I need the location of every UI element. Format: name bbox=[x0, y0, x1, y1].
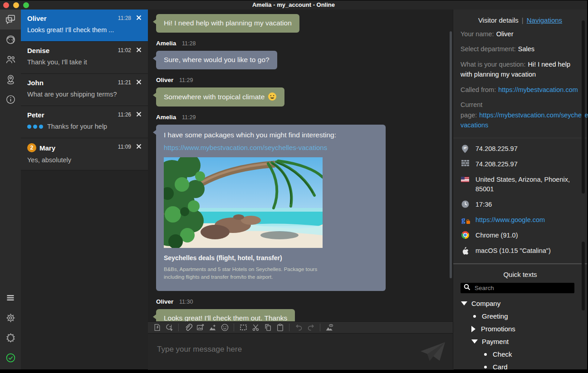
unread-badge: 2 bbox=[27, 143, 36, 152]
visitor-details-tab: Visitor details bbox=[478, 16, 519, 24]
close-chat-icon[interactable] bbox=[136, 143, 142, 150]
message-bubble: Hi! I need help with planning my vacatio… bbox=[156, 14, 299, 33]
minimize-window-button[interactable] bbox=[13, 2, 19, 8]
referrer-link[interactable]: https://www.google.com bbox=[475, 215, 545, 225]
seychelles-beach-image[interactable] bbox=[164, 157, 323, 248]
map-icon bbox=[5, 74, 16, 85]
select-icon[interactable] bbox=[238, 323, 249, 333]
message-time: 11:30 bbox=[179, 299, 193, 305]
quick-text-icon[interactable] bbox=[152, 323, 162, 333]
close-window-button[interactable] bbox=[3, 2, 9, 8]
tree-item-company[interactable]: Company bbox=[453, 297, 587, 310]
window-title: Amelia - my_account - Online bbox=[0, 0, 587, 10]
screenshot-icon[interactable] bbox=[207, 323, 218, 333]
search-input[interactable] bbox=[474, 284, 571, 292]
online-status-icon bbox=[5, 352, 16, 363]
sidebar-item-info[interactable] bbox=[0, 89, 21, 109]
preview-icon[interactable] bbox=[324, 323, 335, 333]
message-input[interactable] bbox=[156, 344, 412, 354]
visitors-icon bbox=[5, 54, 16, 65]
message-time: 11:28 bbox=[182, 40, 196, 47]
panel-divider bbox=[453, 263, 587, 264]
current-page-link[interactable]: https://mybestvacation.com/seychelles-va… bbox=[461, 111, 588, 129]
message-bubble: Somewhere with tropical climate bbox=[156, 87, 284, 107]
copy-icon[interactable] bbox=[262, 323, 273, 333]
panel-divider bbox=[453, 138, 587, 138]
field-called-from: Called from:https://mybestvacation.com bbox=[461, 85, 580, 95]
close-chat-icon[interactable] bbox=[136, 47, 142, 53]
chrome-icon bbox=[461, 231, 470, 239]
quick-texts-title: Quick texts bbox=[453, 271, 587, 278]
zoom-window-button[interactable] bbox=[23, 2, 29, 8]
bullet-icon bbox=[484, 353, 487, 356]
quick-texts-search[interactable] bbox=[461, 283, 574, 293]
close-chat-icon[interactable] bbox=[136, 79, 142, 85]
ip-icon: IP bbox=[461, 145, 470, 153]
sidebar-item-chats[interactable] bbox=[0, 10, 21, 29]
sidebar-item-status[interactable] bbox=[0, 348, 21, 368]
called-from-link[interactable]: https://mybestvacation.com bbox=[498, 86, 578, 93]
message-bubble: Sure, where would you like to go? bbox=[156, 51, 277, 69]
chat-list-item-mary[interactable]: 2 Mary 11:09 Yes, absolutely bbox=[21, 138, 148, 170]
tree-item-check[interactable]: Check bbox=[453, 348, 587, 361]
panel-scrollbar-bottom[interactable] bbox=[582, 242, 585, 310]
composer bbox=[148, 334, 454, 370]
message-meta: Oliver 11:30 bbox=[156, 298, 454, 305]
chat-time: 11:02 bbox=[118, 47, 131, 53]
close-chat-icon[interactable] bbox=[136, 15, 142, 21]
message-author: Amelia bbox=[156, 114, 176, 121]
message-author: Oliver bbox=[156, 298, 173, 305]
field-your-name: Your name:Oliver bbox=[461, 29, 580, 39]
composer-toolbar bbox=[148, 321, 454, 334]
sidebar-item-menu[interactable] bbox=[0, 288, 21, 308]
chat-list-item-oliver[interactable]: Oliver 11:28 Looks great! I'll check the… bbox=[21, 10, 148, 42]
vacation-link[interactable]: https://www.mybestvacation.com/seychelle… bbox=[164, 143, 378, 152]
message-bubble: I have some packages which you might fin… bbox=[156, 125, 386, 291]
message-time: 11:29 bbox=[182, 114, 196, 121]
chat-preview: Looks great! I'll check them ... bbox=[27, 26, 142, 34]
support-agent-icon bbox=[5, 34, 16, 45]
menu-icon bbox=[5, 292, 16, 303]
emoji-icon[interactable] bbox=[219, 323, 230, 333]
invite-agent-icon[interactable] bbox=[164, 323, 175, 333]
redo-icon[interactable] bbox=[305, 323, 316, 333]
bullet-icon bbox=[484, 366, 487, 368]
toolbar-separator bbox=[234, 324, 234, 331]
tree-item-payment[interactable]: Payment bbox=[453, 335, 587, 348]
chat-list-item-peter[interactable]: Peter 11:26 Thanks for your help bbox=[21, 106, 148, 138]
tree-item-greeting[interactable]: Greeting bbox=[453, 310, 587, 323]
paste-icon[interactable] bbox=[274, 323, 285, 333]
chat-list: Oliver 11:28 Looks great! I'll check the… bbox=[21, 10, 148, 369]
sidebar-item-support[interactable] bbox=[0, 29, 21, 49]
chat-preview: Thanks for your help bbox=[27, 123, 142, 130]
typing-indicator-icon bbox=[27, 125, 43, 129]
tree-item-promotions[interactable]: Promotions bbox=[453, 323, 587, 335]
expanded-icon bbox=[461, 301, 467, 305]
upload-image-icon[interactable] bbox=[195, 323, 206, 333]
bullet-icon bbox=[473, 315, 476, 318]
info-row-os: macOS (10.15 "Catalina") bbox=[461, 246, 580, 256]
tree-item-card[interactable]: Card bbox=[453, 361, 587, 373]
panel-header: Visitor details|Navigations bbox=[453, 16, 587, 24]
attach-icon[interactable] bbox=[182, 323, 193, 333]
close-chat-icon[interactable] bbox=[136, 111, 142, 117]
cut-icon[interactable] bbox=[250, 323, 261, 333]
sidebar-item-theme[interactable] bbox=[0, 328, 21, 348]
chat-list-item-denise[interactable]: Denise 11:02 Thank you, I'll take it bbox=[21, 42, 148, 74]
chat-list-item-john[interactable]: John 11:21 What are your shipping terms? bbox=[21, 74, 148, 106]
navigations-link[interactable]: Navigations bbox=[527, 16, 562, 24]
message-bubble: Looks great! I'll check them out. Thanks bbox=[156, 309, 295, 321]
title-bar: Amelia - my_account - Online bbox=[0, 0, 587, 10]
quick-texts-tree: Company Greeting Promotions Payment Chec… bbox=[453, 297, 587, 373]
message-meta: Amelia 11:29 bbox=[156, 114, 454, 121]
panel-scrollbar-top[interactable] bbox=[582, 20, 585, 194]
send-icon[interactable] bbox=[418, 340, 447, 363]
sidebar-item-map[interactable] bbox=[0, 69, 21, 89]
sidebar-item-visitors[interactable] bbox=[0, 49, 21, 69]
conversation-scrollbar[interactable] bbox=[450, 31, 452, 278]
chat-preview: Yes, absolutely bbox=[27, 156, 142, 164]
undo-icon[interactable] bbox=[293, 323, 304, 333]
info-row-location: United States, Arizona, Phoenix, 85001 bbox=[461, 175, 580, 194]
app-window: Amelia - my_account - Online bbox=[0, 0, 587, 369]
sidebar-item-settings[interactable] bbox=[0, 308, 21, 328]
